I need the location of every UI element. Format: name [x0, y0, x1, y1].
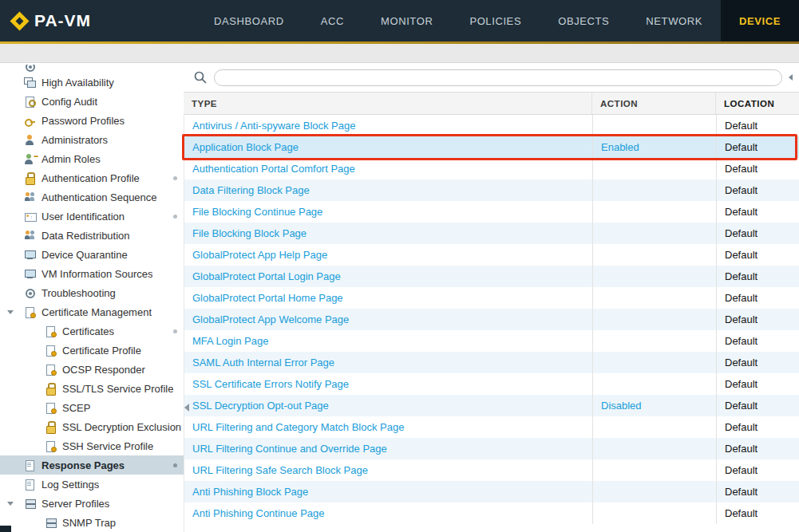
sidebar-item-log-settings[interactable]: Log Settings	[0, 475, 184, 494]
table-row: File Blocking Continue PageDefault	[184, 201, 799, 223]
gear-icon	[24, 65, 36, 73]
tab-acc[interactable]: ACC	[303, 0, 362, 41]
sidebar-item-scep[interactable]: SCEP	[0, 398, 184, 417]
response-page-link[interactable]: URL Filtering Continue and Override Page	[192, 443, 387, 455]
main-nav-tabs: DASHBOARDACCMONITORPOLICIESOBJECTSNETWOR…	[196, 0, 799, 41]
sidebar-item-config-audit[interactable]: Config Audit	[0, 92, 184, 111]
response-page-link[interactable]: Data Filtering Block Page	[192, 184, 310, 196]
sidebar-item-ssl-decryption-exclusion[interactable]: SSL Decryption Exclusion	[0, 417, 184, 436]
ha-icon	[24, 77, 36, 89]
location-value: Default	[717, 201, 799, 223]
audit-icon	[24, 96, 36, 108]
response-page-link[interactable]: GlobalProtect Portal Home Page	[192, 292, 343, 304]
collapse-panel-icon[interactable]	[789, 74, 793, 81]
response-page-link[interactable]: URL Filtering and Category Match Block P…	[192, 421, 404, 433]
action-link[interactable]: Enabled	[601, 141, 639, 153]
response-page-link[interactable]: Anti Phishing Block Page	[192, 486, 308, 498]
sidebar-item-certificate-profile[interactable]: Certificate Profile	[0, 341, 184, 360]
response-page-link[interactable]: Application Block Page	[192, 141, 299, 153]
sidebar-item-snmp-trap[interactable]: SNMP Trap	[0, 513, 184, 532]
action-link[interactable]: Disabled	[601, 400, 642, 412]
sidebar-item-troubleshooting[interactable]: Troubleshooting	[0, 283, 184, 302]
response-page-link[interactable]: MFA Login Page	[192, 335, 268, 347]
response-page-link[interactable]: Antivirus / Anti-spyware Block Page	[192, 120, 355, 132]
sidebar-item-authentication-profile[interactable]: Authentication Profile	[0, 168, 184, 187]
location-value: Default	[717, 502, 799, 524]
sidebar-item-certificates[interactable]: Certificates	[0, 321, 184, 341]
sidebar-item-authentication-sequence[interactable]: Authentication Sequence	[0, 187, 184, 207]
lock-icon	[45, 383, 57, 395]
cut-off-element	[0, 526, 11, 532]
tab-dashboard[interactable]: DASHBOARD	[196, 0, 303, 41]
response-page-link[interactable]: SSL Decryption Opt-out Page	[192, 400, 329, 412]
pa-vm-app: PA-VM DASHBOARDACCMONITORPOLICIESOBJECTS…	[0, 0, 799, 532]
table-row: Antivirus / Anti-spyware Block PageDefau…	[184, 115, 799, 136]
sidebar-item-partial	[0, 65, 184, 73]
response-page-link[interactable]: GlobalProtect App Welcome Page	[192, 313, 349, 325]
sidebar-item-vm-information-sources[interactable]: VM Information Sources	[0, 264, 184, 283]
sidebar-item-high-availability[interactable]: High Availability	[0, 73, 184, 92]
search-icon	[193, 70, 208, 85]
id-card-icon	[24, 211, 36, 223]
search-input[interactable]	[214, 69, 782, 86]
cert-icon	[45, 440, 57, 452]
location-value: Default	[717, 459, 799, 481]
people-icon	[24, 230, 36, 242]
location-value: Default	[717, 266, 799, 287]
response-page-link[interactable]: GlobalProtect Portal Login Page	[192, 270, 341, 282]
column-header-action[interactable]: ACTION	[592, 93, 716, 114]
response-page-link[interactable]: Anti Phishing Continue Page	[192, 507, 325, 519]
sidebar-item-label: Data Redistribution	[42, 230, 130, 242]
response-page-link[interactable]: File Blocking Block Page	[192, 227, 307, 239]
sidebar-item-label: SSH Service Profile	[62, 440, 153, 452]
sidebar-item-server-profiles[interactable]: Server Profiles	[0, 494, 184, 513]
person-icon	[24, 134, 36, 146]
response-page-link[interactable]: Authentication Portal Comfort Page	[192, 163, 355, 175]
tab-network[interactable]: NETWORK	[627, 0, 721, 41]
item-dot	[173, 215, 177, 219]
sidebar-item-ssl-tls-service-profile[interactable]: SSL/TLS Service Profile	[0, 379, 184, 398]
people-icon	[24, 191, 36, 203]
sidebar-item-certificate-management[interactable]: Certificate Management	[0, 302, 184, 321]
chevron-down-icon[interactable]	[7, 502, 14, 506]
sidebar-item-administrators[interactable]: Administrators	[0, 130, 184, 149]
response-page-link[interactable]: SSL Certificate Errors Notify Page	[192, 378, 349, 390]
table-row: Anti Phishing Continue PageDefault	[184, 502, 799, 524]
sidebar-item-response-pages[interactable]: Response Pages	[0, 455, 184, 475]
sidebar-item-user-identification[interactable]: User Identification	[0, 207, 184, 226]
tab-policies[interactable]: POLICIES	[451, 0, 540, 41]
location-value: Default	[717, 179, 799, 201]
response-page-link[interactable]: URL Filtering Safe Search Block Page	[192, 464, 368, 476]
item-dot	[173, 329, 177, 333]
response-page-link[interactable]: SAML Auth Internal Error Page	[192, 357, 334, 368]
column-header-type[interactable]: TYPE	[184, 93, 592, 114]
location-value: Default	[717, 136, 799, 158]
sidebar-item-label: Response Pages	[42, 459, 125, 471]
table-row: Anti Phishing Block PageDefault	[184, 481, 799, 502]
chevron-down-icon[interactable]	[7, 310, 14, 314]
location-value: Default	[717, 115, 799, 136]
tab-monitor[interactable]: MONITOR	[362, 0, 451, 41]
sidebar-item-admin-roles[interactable]: Admin Roles	[0, 149, 184, 168]
location-value: Default	[717, 352, 799, 373]
table-row: GlobalProtect Portal Login PageDefault	[184, 266, 799, 287]
response-page-link[interactable]: GlobalProtect App Help Page	[192, 249, 327, 261]
sidebar-item-label: Administrators	[42, 134, 108, 146]
item-dot	[173, 463, 177, 467]
sidebar-collapse-icon[interactable]	[184, 404, 189, 412]
sidebar-item-data-redistribution[interactable]: Data Redistribution	[0, 226, 184, 245]
sidebar-item-label: Server Profiles	[42, 498, 109, 510]
sidebar-item-ssh-service-profile[interactable]: SSH Service Profile	[0, 436, 184, 455]
column-header-location[interactable]: LOCATION	[716, 93, 799, 114]
sidebar-item-ocsp-responder[interactable]: OCSP Responder	[0, 360, 184, 379]
sidebar-item-device-quarantine[interactable]: Device Quarantine	[0, 245, 184, 264]
location-value: Default	[717, 395, 799, 416]
location-value: Default	[717, 223, 799, 244]
response-page-link[interactable]: File Blocking Continue Page	[192, 206, 322, 218]
sidebar-item-label: OCSP Responder	[62, 364, 145, 376]
sidebar-item-label: Authentication Sequence	[42, 191, 157, 203]
sidebar-item-password-profiles[interactable]: Password Profiles	[0, 111, 184, 130]
tab-device[interactable]: DEVICE	[721, 0, 799, 41]
table-row: URL Filtering Continue and Override Page…	[184, 438, 799, 459]
tab-objects[interactable]: OBJECTS	[540, 0, 627, 41]
